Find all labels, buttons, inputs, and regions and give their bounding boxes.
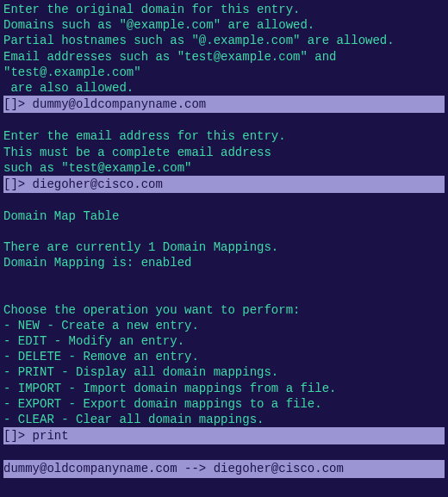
prompt-bracket: []> [3,97,33,111]
domain-help-line-4: Email addresses such as "test@example.co… [3,49,445,80]
email-prompt-line[interactable]: []> diegoher@cisco.com [3,176,445,193]
blank-line [3,478,445,494]
blank-line [3,193,445,208]
domain-help-line-5: are also allowed. [3,80,445,96]
blank-line [3,494,445,498]
operation-input-value: print [33,429,69,443]
mapping-status: Domain Mapping is: enabled [3,255,445,270]
prompt-bracket: []> [3,429,33,443]
domain-help-line-1: Enter the original domain for this entry… [3,2,445,17]
menu-clear: - CLEAR - Clear all domain mappings. [3,412,445,427]
email-input-value: diegoher@cisco.com [33,177,163,191]
menu-new: - NEW - Create a new entry. [3,318,445,333]
menu-export: - EXPORT - Export domain mappings to a f… [3,396,445,412]
domain-help-line-2: Domains such as "@example.com" are allow… [3,17,445,33]
domain-prompt-line[interactable]: []> dummy@oldcompanyname.com [3,96,445,113]
terminal-output: Enter the original domain for this entry… [3,2,445,497]
blank-line [3,271,445,287]
menu-edit: - EDIT - Modify an entry. [3,333,445,349]
blank-line [3,444,445,460]
prompt-bracket: []> [3,177,33,191]
mapping-count: There are currently 1 Domain Mappings. [3,239,445,255]
menu-print: - PRINT - Display all domain mappings. [3,364,445,380]
mapping-output: dummy@oldcompanyname.com --> diegoher@ci… [3,460,445,477]
operation-header: Choose the operation you want to perform… [3,302,445,318]
menu-import: - IMPORT - Import domain mappings from a… [3,381,445,396]
domain-map-title: Domain Map Table [3,208,445,224]
email-help-line-2: This must be a complete email address [3,145,445,160]
operation-prompt-line[interactable]: []> print [3,427,445,444]
email-help-line-3: such as "test@example.com" [3,160,445,176]
menu-delete: - DELETE - Remove an entry. [3,349,445,364]
blank-line [3,224,445,239]
domain-help-line-3: Partial hostnames such as "@.example.com… [3,33,445,48]
domain-input-value: dummy@oldcompanyname.com [33,97,207,111]
blank-line [3,287,445,302]
email-help-line-1: Enter the email address for this entry. [3,128,445,144]
blank-line [3,113,445,128]
